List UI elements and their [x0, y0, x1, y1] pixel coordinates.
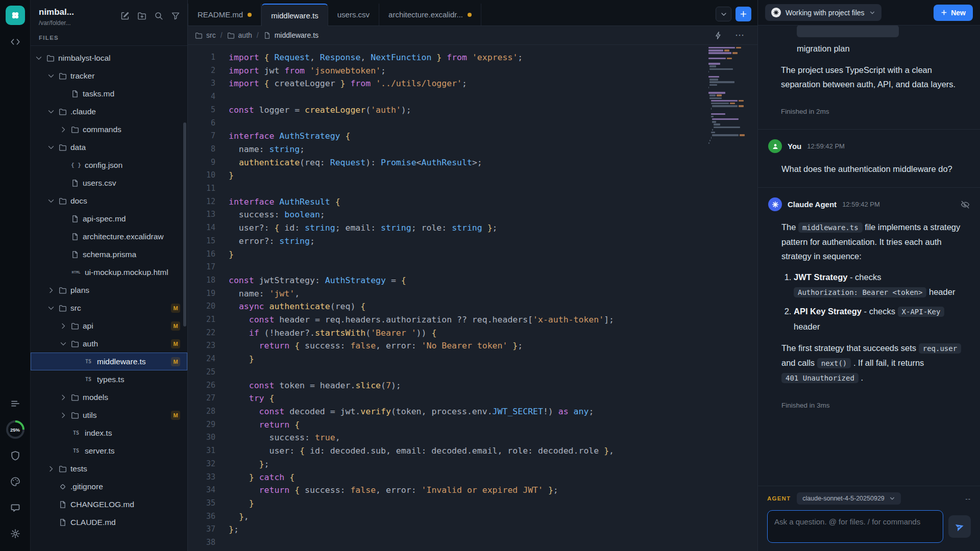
breadcrumb: src/auth/middleware.ts ⋯: [188, 26, 757, 45]
filter-icon[interactable]: [171, 11, 180, 20]
line-number: 2: [188, 64, 229, 78]
tree-folder-src[interactable]: srcM: [31, 299, 187, 317]
chevron-right-icon: [59, 126, 67, 134]
chat-messages-scroll[interactable]: migration plan The project uses TypeScri…: [758, 26, 980, 486]
folder-icon: [195, 32, 203, 39]
new-file-icon[interactable]: [120, 11, 130, 20]
line-number: 29: [188, 418, 229, 432]
eye-off-icon[interactable]: [961, 200, 970, 209]
tree-file-architecture.excalidraw[interactable]: architecture.excalidraw: [31, 228, 187, 245]
search-icon[interactable]: [154, 11, 163, 20]
logs-icon[interactable]: [6, 394, 24, 413]
chat-input[interactable]: [767, 510, 943, 543]
code-editor[interactable]: 1import { Request, Response, NextFunctio…: [188, 45, 757, 551]
sidebar-scrollbar[interactable]: [183, 122, 186, 327]
line-number: 12: [188, 195, 229, 209]
tree-file-ui-mockup.mockup.html[interactable]: HTMLui-mockup.mockup.html: [31, 263, 187, 281]
breadcrumb-item-middleware.ts[interactable]: middleware.ts: [263, 31, 318, 39]
tree-file-schema.prisma[interactable]: schema.prisma: [31, 245, 187, 263]
tab-architecture.excalidr...[interactable]: architecture.excalidr...: [379, 4, 481, 26]
tree-folder-auth[interactable]: authM: [31, 335, 187, 353]
breadcrumb-item-src[interactable]: src: [195, 31, 216, 39]
line-number: 14: [188, 221, 229, 235]
tree-file-types.ts[interactable]: TStypes.ts: [31, 370, 187, 388]
tree-file-tasks.md[interactable]: tasks.md: [31, 85, 187, 103]
truncated-code-chip: [797, 26, 899, 37]
line-number: 28: [188, 405, 229, 418]
chevron-right-icon: [59, 393, 67, 402]
tree-folder-utils[interactable]: utilsM: [31, 406, 187, 424]
breadcrumb-item-auth[interactable]: auth: [227, 31, 252, 39]
usage-progress-ring[interactable]: 25%: [6, 420, 24, 439]
quick-actions-bolt-icon[interactable]: [714, 31, 723, 40]
feedback-chat-icon[interactable]: [6, 498, 24, 517]
tab-README.md[interactable]: README.md: [188, 4, 261, 26]
tab-middleware.ts[interactable]: middleware.ts: [261, 4, 328, 26]
tree-file-CLAUDE.md[interactable]: CLAUDE.md: [31, 513, 187, 531]
message-author: You: [788, 142, 801, 151]
inline-code: Authorization: Bearer <token>: [794, 287, 926, 297]
tree-folder-plans[interactable]: plans: [31, 281, 187, 299]
tree-folder-docs[interactable]: docs: [31, 192, 187, 210]
tree-file-users.csv[interactable]: users.csv: [31, 174, 187, 192]
files-section-label: FILES: [31, 28, 187, 46]
app-window: 25% nimbal... /var/folder...: [0, 0, 980, 551]
tree-folder-data[interactable]: data: [31, 138, 187, 156]
more-options-icon[interactable]: ⋯: [735, 31, 744, 40]
palette-icon[interactable]: [6, 472, 24, 491]
folder-icon: [71, 126, 79, 134]
finished-status: Finished in 3ms: [781, 398, 970, 413]
tree-file-.gitignore[interactable]: .gitignore: [31, 478, 187, 495]
minimap[interactable]: [708, 47, 745, 147]
chevron-down-icon: [47, 197, 55, 205]
folder-icon: [59, 72, 67, 80]
model-selector[interactable]: claude-sonnet-4-5-20250929: [797, 492, 901, 505]
folder-icon: [59, 197, 67, 205]
model-name: claude-sonnet-4-5-20250929: [802, 495, 885, 502]
line-number: 25: [188, 366, 229, 379]
tree-file-server.ts[interactable]: TSserver.ts: [31, 442, 187, 460]
tab-users.csv[interactable]: users.csv: [328, 4, 379, 26]
tree-folder-tracker[interactable]: tracker: [31, 67, 187, 85]
line-number: 21: [188, 313, 229, 327]
tree-folder-.claude[interactable]: .claude: [31, 103, 187, 120]
folder-icon: [71, 393, 79, 402]
tree-folder-tests[interactable]: tests: [31, 460, 187, 478]
folder-icon: [71, 411, 79, 419]
file-explorer-sidebar: nimbal... /var/folder... FILES nimbalyst…: [31, 0, 188, 551]
tab-list-dropdown-button[interactable]: [716, 7, 731, 21]
tree-folder-commands[interactable]: commands: [31, 120, 187, 138]
tree-file-api-spec.md[interactable]: api-spec.md: [31, 210, 187, 228]
tree-file-middleware.ts[interactable]: TSmiddleware.tsM: [31, 353, 187, 370]
claude-spark-icon: [771, 8, 781, 17]
code-lines: 1import { Request, Response, NextFunctio…: [188, 51, 757, 549]
user-avatar: [768, 139, 782, 153]
context-selector[interactable]: Working with project files: [765, 4, 881, 21]
agent-mode-label: AGENT: [767, 495, 791, 502]
send-button[interactable]: [948, 515, 971, 538]
tree-file-config.json[interactable]: { }config.json: [31, 156, 187, 174]
workspace-header: nimbal... /var/folder...: [31, 0, 187, 28]
ts-file-icon: TS: [71, 430, 81, 436]
shield-icon[interactable]: [6, 446, 24, 465]
line-number: 33: [188, 471, 229, 484]
activity-rail: 25%: [0, 0, 31, 551]
chat-message-agent: Claude Agent12:59:42 PMThe middleware.ts…: [758, 187, 980, 424]
tree-file-index.ts[interactable]: TSindex.ts: [31, 424, 187, 442]
finished-status: Finished in 2ms: [781, 105, 970, 119]
composer-more-button[interactable]: --: [965, 495, 971, 503]
chat-composer: AGENT claude-sonnet-4-5-20250929 --: [758, 486, 980, 551]
new-tab-button[interactable]: [736, 7, 751, 21]
new-folder-icon[interactable]: [137, 11, 146, 20]
tree-folder-api[interactable]: apiM: [31, 317, 187, 335]
settings-gear-icon[interactable]: [6, 524, 24, 543]
code-view-icon[interactable]: [6, 33, 24, 51]
tree-file-CHANGELOG.md[interactable]: CHANGELOG.md: [31, 495, 187, 513]
tree-folder-models[interactable]: models: [31, 388, 187, 406]
app-logo-icon[interactable]: [6, 6, 25, 25]
tree-folder-nimbalyst-local[interactable]: nimbalyst-local: [31, 49, 187, 67]
file-icon: [71, 251, 79, 259]
chevron-down-icon: [889, 495, 895, 502]
new-chat-button[interactable]: New: [934, 5, 973, 21]
folder-icon: [59, 143, 67, 152]
